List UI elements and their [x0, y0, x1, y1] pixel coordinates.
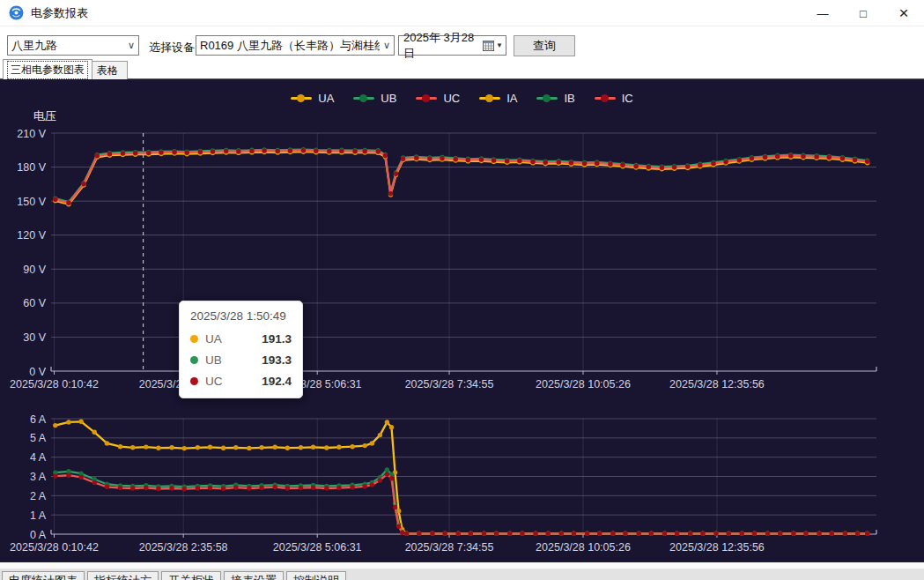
series-markers-UC — [53, 148, 869, 205]
tooltip-uc-value: 192.4 — [262, 375, 292, 388]
x-tick-label: 2025/3/28 5:06:31 — [273, 541, 362, 554]
x-tick-label: 2025/3/28 10:05:26 — [536, 378, 631, 390]
tooltip-row-ub: UB 193.3 — [190, 349, 292, 370]
x-tick-label: 2025/3/28 0:10:42 — [10, 541, 99, 554]
charts-svg[interactable]: 210 V180 V150 V120 V90 V60 V30 V0 V2025/… — [0, 79, 924, 561]
legend-label: IB — [564, 92, 574, 105]
x-tick-label: 2025/3/28 12:35:56 — [669, 541, 765, 554]
legend-marker-icon — [291, 94, 312, 102]
tooltip-ub-label: UB — [205, 353, 222, 367]
x-tick-label: 2025/3/28 10:05:26 — [536, 541, 631, 554]
ub-dot-icon — [190, 356, 198, 364]
y-tick-label: 120 V — [17, 229, 46, 242]
close-button[interactable]: × — [883, 0, 924, 26]
legend-item-ua[interactable]: UA — [291, 92, 334, 105]
tab-strip: 三相电参数图表 表格 — [0, 58, 924, 79]
device-label: 选择设备 — [149, 40, 195, 56]
y-tick-label: 30 V — [23, 331, 46, 344]
legend-item-ia[interactable]: IA — [479, 92, 517, 105]
series-line-IC — [55, 474, 868, 533]
y-tick-label: 6 A — [30, 413, 47, 426]
date-picker-value: 2025年 3月28日 — [403, 30, 483, 62]
area-select[interactable]: 八里九路 ∨ — [7, 35, 139, 56]
series-markers-IA — [53, 420, 869, 536]
window-title: 电参数报表 — [31, 5, 88, 21]
query-button[interactable]: 查询 — [514, 35, 575, 56]
legend-label: UC — [443, 92, 460, 105]
tab-table-label: 表格 — [97, 63, 118, 78]
legend-marker-icon — [595, 94, 616, 102]
uc-dot-icon — [190, 377, 198, 385]
horizontal-gridlines: 210 V180 V150 V120 V90 V60 V30 V0 V — [17, 128, 876, 378]
x-tick-label: 2025/3/28 0:10:42 — [10, 378, 99, 390]
horizontal-gridlines: 6 A5 A4 A3 A2 A1 A0 A — [30, 413, 876, 541]
series-markers-IB — [53, 467, 869, 536]
y-tick-label: 180 V — [17, 161, 46, 174]
x-tick-label: 2025/3/28 12:35:56 — [669, 378, 765, 390]
voltage-chart: 210 V180 V150 V120 V90 V60 V30 V0 V2025/… — [10, 128, 876, 391]
tooltip-row-uc: UC 192.4 — [190, 370, 292, 391]
y-tick-label: 150 V — [17, 196, 46, 208]
vertical-gridlines — [55, 419, 717, 538]
y-tick-label: 0 V — [29, 366, 46, 378]
legend-marker-icon — [416, 94, 437, 102]
x-tick-label: 2025/3/28 7:34:55 — [405, 541, 494, 554]
tooltip-ua-label: UA — [205, 332, 222, 346]
y-tick-label: 4 A — [30, 451, 47, 464]
app-icon — [9, 5, 24, 20]
legend-item-uc[interactable]: UC — [416, 92, 460, 105]
tooltip-row-ua: UA 191.3 — [190, 328, 292, 349]
y-tick-label: 210 V — [17, 128, 46, 140]
minimize-button[interactable]: — — [802, 0, 843, 26]
series-markers-IC — [53, 472, 869, 536]
window-bottom-edge — [0, 561, 924, 569]
background-button: 指标统计方 — [87, 571, 159, 580]
background-button: 电度统计图表 — [2, 571, 85, 580]
date-picker[interactable]: 2025年 3月28日 ▼ — [398, 35, 506, 56]
x-tick-label: 2025/3/28 2:35:58 — [139, 541, 228, 554]
y-tick-label: 60 V — [23, 297, 46, 309]
x-tick-label: 2025/3/28 7:34:55 — [405, 378, 494, 390]
background-button: 接表设置 — [224, 571, 284, 580]
legend-marker-icon — [353, 94, 374, 102]
y-tick-label: 0 A — [30, 529, 47, 541]
y-tick-label: 5 A — [30, 432, 47, 444]
legend-item-ib[interactable]: IB — [536, 92, 574, 105]
y-tick-label: 90 V — [23, 264, 46, 276]
tooltip-uc-label: UC — [205, 375, 223, 388]
maximize-button[interactable]: □ — [843, 0, 883, 26]
y-tick-label: 3 A — [30, 471, 47, 483]
background-button: 控制说明 — [286, 571, 346, 580]
chevron-down-icon: ∨ — [380, 40, 390, 51]
legend-label: UA — [318, 92, 334, 105]
background-button: 开关柜状 — [161, 571, 221, 580]
series-markers-UB — [53, 147, 869, 204]
x-tick-labels: 2025/3/28 0:10:422025/3/28 2:35:582025/3… — [10, 541, 765, 554]
title-bar: 电参数报表 — □ × — [0, 0, 924, 26]
calendar-icon — [483, 41, 494, 51]
vertical-gridlines — [55, 133, 717, 375]
legend-label: UB — [381, 92, 396, 105]
legend-marker-icon — [479, 94, 500, 102]
chart-legend: UAUBUCIAIBIC — [0, 92, 924, 105]
legend-label: IC — [622, 92, 633, 105]
x-tick-labels: 2025/3/28 0:10:422025/3/28 2:35:582025/3… — [10, 378, 765, 390]
clipped-background-window: 电度统计图表指标统计方开关柜状接表设置控制说明 — [0, 569, 924, 580]
device-select[interactable]: R0169 八里九路（长丰路）与湘桂线交 ∨ — [196, 35, 395, 56]
ua-dot-icon — [190, 335, 198, 343]
current-chart: 6 A5 A4 A3 A2 A1 A0 A2025/3/28 0:10:4220… — [10, 413, 876, 554]
tab-chart-label: 三相电参数图表 — [7, 61, 88, 79]
legend-label: IA — [506, 92, 517, 105]
legend-item-ub[interactable]: UB — [353, 92, 396, 105]
toolbar: 八里九路 ∨ 选择设备 R0169 八里九路（长丰路）与湘桂线交 ∨ 2025年… — [0, 26, 924, 58]
legend-item-ic[interactable]: IC — [595, 92, 633, 105]
series-line-UB — [55, 150, 868, 203]
series-line-IB — [55, 470, 868, 533]
app-window: 电参数报表 — □ × 八里九路 ∨ 选择设备 R0169 八里九路（长丰路）与… — [0, 0, 924, 580]
legend-marker-icon — [536, 94, 558, 102]
tooltip-ub-value: 193.3 — [262, 353, 292, 367]
y-tick-label: 1 A — [30, 509, 47, 522]
area-select-value: 八里九路 — [11, 38, 57, 54]
tab-chart[interactable]: 三相电参数图表 — [3, 59, 92, 79]
tab-table[interactable]: 表格 — [87, 61, 128, 79]
